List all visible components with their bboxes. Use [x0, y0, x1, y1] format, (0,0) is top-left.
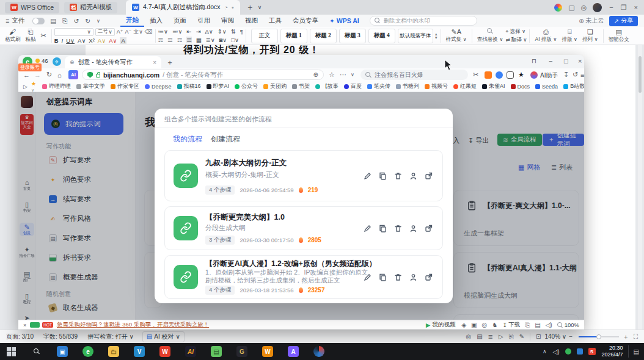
- history-icon[interactable]: ↺: [573, 71, 578, 79]
- wps-search-input[interactable]: 删除文档中的水印: [370, 16, 477, 26]
- italic-button[interactable]: I: [62, 37, 64, 44]
- share-user-button[interactable]: [409, 273, 417, 281]
- style-set-button[interactable]: ✎A样式集 ∨: [444, 29, 469, 43]
- blue-extension-icon[interactable]: [496, 71, 503, 79]
- menu-tab-wps-ai[interactable]: ✦WPS AI: [324, 15, 365, 27]
- outdent-icon[interactable]: ⇤: [187, 28, 192, 35]
- bookmark-item[interactable]: 公众号: [235, 82, 258, 90]
- share-button[interactable]: ↗分享: [609, 16, 638, 26]
- font-size-select[interactable]: 二号∨: [95, 28, 115, 36]
- print-icon[interactable]: ⎘: [62, 17, 67, 25]
- style-normal[interactable]: 正文: [251, 29, 278, 43]
- taskbar-app-explorer[interactable]: 🗀: [106, 344, 121, 359]
- flow-card[interactable]: 九叔-剧本大纲切分-正文 概要-大纲切分-集纲-正文 4 个步骤 2026-04…: [164, 150, 443, 201]
- bookmark-item[interactable]: 【故事: [315, 82, 338, 90]
- font-name-select[interactable]: ∨: [54, 28, 93, 36]
- spellcheck-status[interactable]: 拼写检查: 打开 ∨: [87, 333, 134, 341]
- share-user-button[interactable]: [409, 224, 417, 232]
- taskbar-app-illustrator[interactable]: Ai: [183, 344, 198, 359]
- style-heading4[interactable]: 标题 4: [368, 29, 395, 43]
- line-spacing-icon[interactable]: ⇕∨: [218, 28, 227, 35]
- bookmark-item[interactable]: 投稿16: [177, 82, 201, 90]
- align-right-icon[interactable]: ☶: [177, 37, 183, 43]
- ai-proofread-button[interactable]: ▤AI 校对 ∨: [142, 331, 185, 342]
- bookmarks-star-icon[interactable]: ★ ∨: [31, 81, 36, 92]
- browser-tab[interactable]: ⊕ 创意 - 笔尖传奇写作 ×: [65, 56, 161, 68]
- reader-mode-icon[interactable]: ⊕: [313, 71, 318, 78]
- page-zoom-button[interactable]: 100%: [557, 322, 579, 328]
- bookmark-item[interactable]: 美团购: [263, 82, 287, 90]
- screenshot-scissors-icon[interactable]: ✂: [473, 71, 478, 79]
- menu-tab-home[interactable]: 开始: [120, 15, 144, 27]
- cut-button[interactable]: ✂: [38, 32, 49, 39]
- more-tools-icon[interactable]: ⋯: [340, 71, 346, 79]
- promo-ad-link[interactable]: 急需采购好物吗？速戳进 360 采购季，开启无忧采购之旅！: [57, 321, 209, 329]
- taskbar-app-media[interactable]: [312, 344, 326, 359]
- view-page-icon[interactable]: ▤: [477, 333, 482, 340]
- volume-icon[interactable]: ◁): [552, 348, 559, 355]
- ad-close-icon[interactable]: ×: [23, 322, 26, 328]
- ai-assistant-icon[interactable]: [530, 71, 538, 79]
- menu-tab-insert[interactable]: 插入: [144, 15, 168, 27]
- bookmark-item[interactable]: B站数: [563, 82, 584, 90]
- bookmark-item[interactable]: 书架: [292, 82, 310, 90]
- status-theme-icon[interactable]: ◎: [466, 333, 471, 340]
- sidebar-toggle-icon[interactable]: ▷: [23, 84, 27, 90]
- flow-card[interactable]: 【乔断更完美大纲】1.0 分段生成大纲 3 个步骤 2026-03-30 00:…: [164, 206, 443, 250]
- align-left-icon[interactable]: ☴: [158, 37, 164, 43]
- bookmark-item[interactable]: 作家专区: [111, 82, 139, 90]
- cleaner-icon[interactable]: ◎: [482, 322, 488, 328]
- style-default-font[interactable]: 默认段落字体: [398, 29, 433, 43]
- browser-close-button[interactable]: ×: [578, 57, 582, 65]
- show-marks-icon[interactable]: ¶: [240, 28, 243, 35]
- wps-minimize-button[interactable]: −: [609, 4, 613, 11]
- bold-button[interactable]: B: [54, 37, 59, 44]
- wps-template-tab[interactable]: 档稻壳AI模板: [64, 2, 117, 13]
- increase-font-icon[interactable]: A⁺: [117, 29, 123, 35]
- safety-shield-icon[interactable]: ◈: [461, 322, 466, 328]
- bookmark-item[interactable]: 哔哩哔哩: [42, 82, 71, 90]
- edit-button[interactable]: [363, 273, 371, 281]
- style-heading1[interactable]: 标题 1: [280, 29, 307, 43]
- ai-layout-button[interactable]: ⎙AI 排版 ∨: [532, 29, 559, 43]
- zoom-slider[interactable]: [579, 336, 619, 337]
- bookmark-item[interactable]: Seeda: [535, 84, 558, 90]
- wps-home-tab[interactable]: WWPS Office: [5, 2, 59, 13]
- number-list-icon[interactable]: ≕∨: [172, 28, 182, 35]
- align-center-icon[interactable]: ☲: [167, 37, 173, 43]
- layout-switch-icon[interactable]: ▢: [568, 4, 574, 12]
- style-heading3[interactable]: 标题 3: [339, 29, 366, 43]
- style-gallery-scroll[interactable]: ▲▼: [434, 32, 438, 40]
- file-menu[interactable]: ≡文件: [0, 15, 30, 27]
- back-button[interactable]: ←: [23, 71, 30, 79]
- browser-new-tab-button[interactable]: ＋: [166, 57, 174, 68]
- style-heading2[interactable]: 标题 2: [310, 29, 337, 43]
- underline-button[interactable]: U∨: [66, 37, 75, 44]
- print-preview-icon[interactable]: ⎘: [509, 333, 514, 340]
- theme-color-icon[interactable]: [554, 4, 562, 12]
- url-bar[interactable]: bijianchuanqi.com / 创意 - 笔尖传奇写作 ⊕: [82, 70, 324, 80]
- tab-close-icon[interactable]: ×: [153, 59, 156, 66]
- paste-button[interactable]: ⎗粘贴: [23, 29, 38, 43]
- download-manager-button[interactable]: ↧下载: [502, 321, 520, 329]
- taskbar-app-wps[interactable]: W: [158, 344, 172, 359]
- delete-button[interactable]: [393, 224, 402, 232]
- taskbar-app-browser[interactable]: e: [81, 344, 95, 359]
- browser-minimize-button[interactable]: −: [549, 57, 552, 65]
- save-icon[interactable]: ▤: [50, 17, 56, 24]
- printer-icon[interactable]: ⎘: [525, 322, 530, 329]
- download-icon[interactable]: ↧: [563, 71, 569, 79]
- edit-button[interactable]: [363, 224, 371, 232]
- cloud-status[interactable]: ⊕未上云: [579, 16, 604, 25]
- edit-mode-icon[interactable]: ✎: [519, 333, 524, 340]
- layout-button[interactable]: ⌸排版 ∨: [559, 29, 580, 43]
- menu-tab-review[interactable]: 审阅: [216, 15, 240, 27]
- tray-expand-icon[interactable]: ∧: [543, 348, 547, 355]
- bookmark-item[interactable]: 视频号: [425, 82, 448, 90]
- bookmark-item[interactable]: Docs: [511, 84, 530, 90]
- notification-count[interactable]: 46: [42, 57, 48, 64]
- font-color-button[interactable]: A∨: [109, 37, 117, 44]
- tab-list-chevron[interactable]: ∨: [258, 4, 262, 10]
- zoom-out-button[interactable]: −: [569, 333, 573, 340]
- browser-menu-icon[interactable]: ≡: [580, 71, 584, 79]
